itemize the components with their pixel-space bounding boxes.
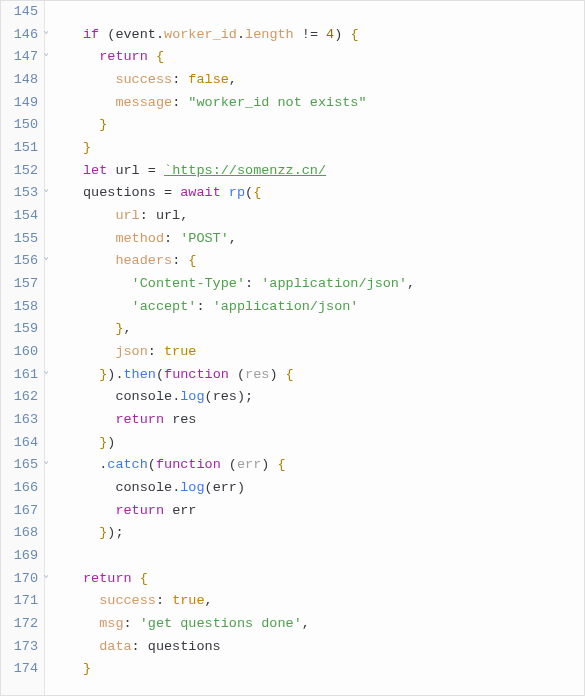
line-number[interactable]: 167: [1, 500, 38, 523]
code-line[interactable]: return err: [83, 500, 584, 523]
code-token: `https://somenzz.cn/: [164, 163, 326, 178]
chevron-down-icon[interactable]: ⌄: [44, 27, 49, 36]
line-number[interactable]: 173: [1, 636, 38, 659]
code-token: 'POST': [180, 231, 229, 246]
code-line[interactable]: method: 'POST',: [83, 228, 584, 251]
code-line[interactable]: headers: {: [83, 250, 584, 273]
code-line[interactable]: return {: [83, 568, 584, 591]
code-line[interactable]: return res: [83, 409, 584, 432]
code-line[interactable]: return {: [83, 46, 584, 69]
code-line[interactable]: }: [83, 658, 584, 681]
code-token: :: [172, 72, 188, 87]
code-line[interactable]: }: [83, 137, 584, 160]
code-token: success: [99, 593, 156, 608]
code-line[interactable]: [83, 545, 584, 568]
code-token: questions: [83, 185, 156, 200]
code-token: await: [180, 185, 229, 200]
code-line[interactable]: if (event.worker_id.length != 4) {: [83, 24, 584, 47]
line-number[interactable]: 166: [1, 477, 38, 500]
code-token: ): [237, 480, 245, 495]
code-token: (: [229, 457, 237, 472]
chevron-down-icon[interactable]: ⌄: [44, 457, 49, 466]
code-token: [83, 593, 99, 608]
line-number[interactable]: 160: [1, 341, 38, 364]
code-line[interactable]: .catch(function (err) {: [83, 454, 584, 477]
code-token: [83, 253, 115, 268]
code-token: json: [115, 344, 147, 359]
code-line[interactable]: console.log(err): [83, 477, 584, 500]
code-token: :: [140, 208, 156, 223]
line-number[interactable]: 169: [1, 545, 38, 568]
line-number[interactable]: 164: [1, 432, 38, 455]
code-line[interactable]: },: [83, 318, 584, 341]
code-token: return: [99, 49, 156, 64]
code-line[interactable]: console.log(res);: [83, 386, 584, 409]
line-number[interactable]: 150: [1, 114, 38, 137]
code-token: !=: [294, 27, 326, 42]
line-number[interactable]: 159: [1, 318, 38, 341]
code-token: return: [83, 571, 140, 586]
code-line[interactable]: questions = await rp({: [83, 182, 584, 205]
code-line[interactable]: msg: 'get questions done',: [83, 613, 584, 636]
line-number[interactable]: 162: [1, 386, 38, 409]
code-token: res: [172, 412, 196, 427]
code-line[interactable]: }: [83, 114, 584, 137]
chevron-down-icon[interactable]: ⌄: [44, 367, 49, 376]
line-number[interactable]: 151: [1, 137, 38, 160]
chevron-down-icon[interactable]: ⌄: [44, 49, 49, 58]
code-editor-content[interactable]: if (event.worker_id.length != 4) { retur…: [45, 1, 584, 695]
chevron-down-icon[interactable]: ⌄: [44, 253, 49, 262]
code-token: rp: [229, 185, 245, 200]
line-number[interactable]: 168: [1, 522, 38, 545]
code-line[interactable]: }): [83, 432, 584, 455]
code-line[interactable]: 'Content-Type': 'application/json',: [83, 273, 584, 296]
line-number[interactable]: 146⌄: [1, 24, 38, 47]
code-line[interactable]: let url = `https://somenzz.cn/: [83, 160, 584, 183]
line-number[interactable]: 152: [1, 160, 38, 183]
code-line[interactable]: url: url,: [83, 205, 584, 228]
code-token: log: [180, 389, 204, 404]
line-number[interactable]: 147⌄: [1, 46, 38, 69]
code-token: true: [172, 593, 204, 608]
code-token: return: [115, 503, 172, 518]
code-token: 'get questions done': [140, 616, 302, 631]
line-number[interactable]: 155: [1, 228, 38, 251]
line-number[interactable]: 174: [1, 658, 38, 681]
line-number[interactable]: 171: [1, 590, 38, 613]
code-line[interactable]: message: "worker_id not exists": [83, 92, 584, 115]
line-number[interactable]: 148: [1, 69, 38, 92]
code-line[interactable]: }).then(function (res) {: [83, 364, 584, 387]
code-token: .: [237, 27, 245, 42]
chevron-down-icon[interactable]: ⌄: [44, 185, 49, 194]
chevron-down-icon[interactable]: ⌄: [44, 571, 49, 580]
code-token: res: [245, 367, 269, 382]
line-number[interactable]: 172: [1, 613, 38, 636]
line-number[interactable]: 163: [1, 409, 38, 432]
line-number[interactable]: 157: [1, 273, 38, 296]
code-token: .: [156, 27, 164, 42]
code-token: (: [237, 367, 245, 382]
code-token: console: [115, 389, 172, 404]
line-number[interactable]: 161⌄: [1, 364, 38, 387]
code-line[interactable]: json: true: [83, 341, 584, 364]
line-number[interactable]: 156⌄: [1, 250, 38, 273]
line-number[interactable]: 145: [1, 1, 38, 24]
code-token: :: [245, 276, 261, 291]
code-token: [83, 344, 115, 359]
line-number[interactable]: 153⌄: [1, 182, 38, 205]
line-number[interactable]: 158: [1, 296, 38, 319]
code-line[interactable]: 'accept': 'application/json': [83, 296, 584, 319]
line-number[interactable]: 170⌄: [1, 568, 38, 591]
code-line[interactable]: });: [83, 522, 584, 545]
code-line[interactable]: success: true,: [83, 590, 584, 613]
line-number[interactable]: 149: [1, 92, 38, 115]
line-number[interactable]: 165⌄: [1, 454, 38, 477]
code-token: err: [237, 457, 261, 472]
line-number[interactable]: 154: [1, 205, 38, 228]
code-token: (: [245, 185, 253, 200]
code-token: (: [148, 457, 156, 472]
code-line[interactable]: success: false,: [83, 69, 584, 92]
code-line[interactable]: data: questions: [83, 636, 584, 659]
code-line[interactable]: [83, 1, 584, 24]
code-token: ,: [302, 616, 310, 631]
